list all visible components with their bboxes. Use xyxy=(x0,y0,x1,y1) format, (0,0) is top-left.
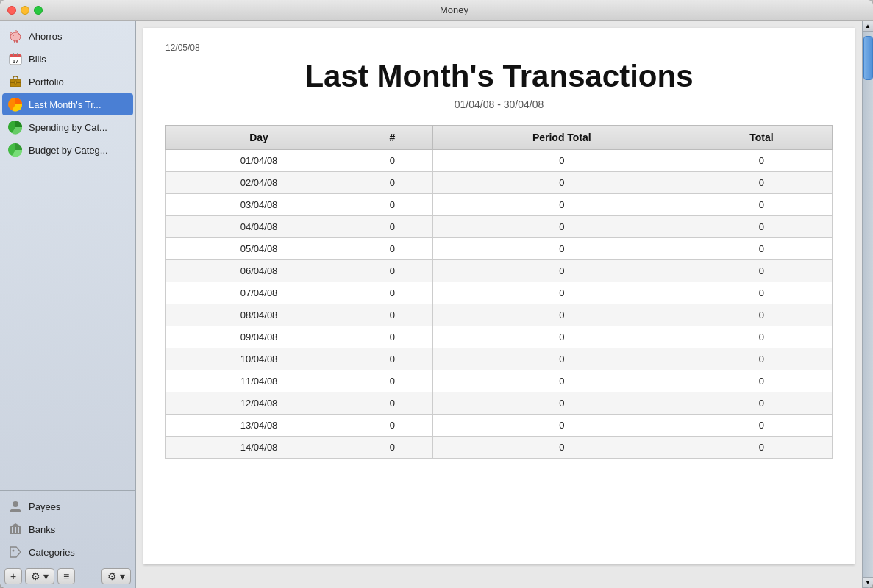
sidebar-item-portfolio[interactable]: Portfolio xyxy=(2,71,133,93)
tag-icon xyxy=(8,545,23,559)
cell-day: 01/04/08 xyxy=(166,150,352,172)
minimize-button[interactable] xyxy=(21,6,29,15)
sidebar-label-portfolio: Portfolio xyxy=(29,76,64,87)
person-icon xyxy=(8,499,23,514)
cell-day: 03/04/08 xyxy=(166,194,352,216)
col-header-day: Day xyxy=(166,126,352,150)
scrollbar[interactable]: ▲ ▼ xyxy=(862,21,873,588)
briefcase-icon xyxy=(8,74,23,89)
sidebar-item-categories[interactable]: Categories xyxy=(2,541,133,563)
cell-total: 0 xyxy=(691,437,832,459)
cell-period-total: 0 xyxy=(432,150,691,172)
report-subtitle: 01/04/08 - 30/04/08 xyxy=(165,98,833,110)
svg-rect-22 xyxy=(10,533,21,534)
table-row: 08/04/08 0 0 0 xyxy=(166,304,833,326)
svg-point-1 xyxy=(13,35,14,36)
sidebar-label-spending-by-cat: Spending by Cat... xyxy=(29,122,107,133)
cell-period-total: 0 xyxy=(432,326,691,348)
table-row: 05/04/08 0 0 0 xyxy=(166,238,833,260)
table-row: 12/04/08 0 0 0 xyxy=(166,392,833,415)
main-layout: Ahorros 17 Bills xyxy=(0,21,873,588)
cell-count: 0 xyxy=(352,238,433,260)
sidebar-item-budget-by-categ[interactable]: Budget by Categ... xyxy=(2,139,133,161)
cell-count: 0 xyxy=(352,370,433,392)
sidebar-item-banks[interactable]: Banks xyxy=(2,518,133,540)
cell-total: 0 xyxy=(691,150,832,172)
cell-day: 14/04/08 xyxy=(166,437,352,459)
report-paper: 12/05/08 Last Month's Transactions 01/04… xyxy=(143,28,855,564)
close-button[interactable] xyxy=(7,6,16,15)
table-row: 10/04/08 0 0 0 xyxy=(166,348,833,370)
maximize-button[interactable] xyxy=(34,6,43,15)
scroll-down-button[interactable]: ▼ xyxy=(863,577,874,588)
cell-total: 0 xyxy=(691,238,832,260)
sidebar-item-bills[interactable]: 17 Bills xyxy=(2,48,133,70)
cell-count: 0 xyxy=(352,348,433,370)
cell-day: 09/04/08 xyxy=(166,326,352,348)
cell-total: 0 xyxy=(691,326,832,348)
cell-total: 0 xyxy=(691,304,832,326)
sidebar: Ahorros 17 Bills xyxy=(0,21,136,588)
report-date: 12/05/08 xyxy=(165,43,833,53)
col-header-count: # xyxy=(352,126,433,150)
table-row: 02/04/08 0 0 0 xyxy=(166,172,833,194)
svg-marker-17 xyxy=(10,523,21,527)
sidebar-footer: + ⚙ ▾ ≡ ⚙ ▾ xyxy=(0,564,135,588)
svg-point-0 xyxy=(10,32,21,41)
cell-total: 0 xyxy=(691,282,832,304)
svg-rect-20 xyxy=(16,527,18,533)
piggy-icon xyxy=(8,29,23,43)
cell-period-total: 0 xyxy=(432,370,691,392)
sidebar-label-payees: Payees xyxy=(29,501,60,512)
cell-count: 0 xyxy=(352,216,433,238)
sidebar-item-last-months-tr[interactable]: Last Month's Tr... xyxy=(2,93,133,115)
gear-button[interactable]: ⚙ ▾ xyxy=(25,568,54,584)
bank-icon xyxy=(8,522,23,537)
cell-period-total: 0 xyxy=(432,260,691,282)
sidebar-label-ahorros: Ahorros xyxy=(29,31,63,42)
cell-count: 0 xyxy=(352,415,433,437)
table-row: 01/04/08 0 0 0 xyxy=(166,150,833,172)
traffic-lights xyxy=(7,6,43,15)
cell-total: 0 xyxy=(691,172,832,194)
titlebar: Money xyxy=(0,0,873,21)
sidebar-label-categories: Categories xyxy=(29,547,75,558)
calendar-icon: 17 xyxy=(8,51,23,66)
cell-period-total: 0 xyxy=(432,304,691,326)
cell-total: 0 xyxy=(691,392,832,415)
cell-day: 08/04/08 xyxy=(166,304,352,326)
sidebar-label-budget-by-categ: Budget by Categ... xyxy=(29,145,108,156)
cell-day: 06/04/08 xyxy=(166,260,352,282)
table-row: 03/04/08 0 0 0 xyxy=(166,194,833,216)
add-button[interactable]: + xyxy=(4,568,22,584)
table-header-row: Day # Period Total Total xyxy=(166,126,833,150)
sidebar-nav: Ahorros 17 Bills xyxy=(0,21,135,490)
sidebar-item-payees[interactable]: Payees xyxy=(2,495,133,517)
svg-rect-6 xyxy=(10,56,21,57)
cell-total: 0 xyxy=(691,260,832,282)
scroll-track[interactable] xyxy=(863,32,873,577)
sidebar-label-banks: Banks xyxy=(29,524,55,535)
svg-rect-2 xyxy=(14,40,15,43)
sidebar-item-ahorros[interactable]: Ahorros xyxy=(2,25,133,47)
scroll-thumb[interactable] xyxy=(863,36,873,80)
list-button[interactable]: ≡ xyxy=(57,568,75,584)
cell-day: 11/04/08 xyxy=(166,370,352,392)
table-row: 09/04/08 0 0 0 xyxy=(166,326,833,348)
cell-day: 07/04/08 xyxy=(166,282,352,304)
cell-total: 0 xyxy=(691,348,832,370)
cell-day: 02/04/08 xyxy=(166,172,352,194)
cell-day: 05/04/08 xyxy=(166,238,352,260)
svg-rect-9 xyxy=(17,53,18,56)
sidebar-item-spending-by-cat[interactable]: Spending by Cat... xyxy=(2,116,133,138)
report-area[interactable]: 12/05/08 Last Month's Transactions 01/04… xyxy=(136,21,862,588)
cell-period-total: 0 xyxy=(432,392,691,415)
cell-total: 0 xyxy=(691,370,832,392)
scroll-up-button[interactable]: ▲ xyxy=(863,21,874,32)
cell-count: 0 xyxy=(352,260,433,282)
table-row: 13/04/08 0 0 0 xyxy=(166,415,833,437)
report-title: Last Month's Transactions xyxy=(165,59,833,94)
gear-right-button[interactable]: ⚙ ▾ xyxy=(101,568,131,584)
cell-period-total: 0 xyxy=(432,437,691,459)
svg-rect-12 xyxy=(15,81,17,84)
